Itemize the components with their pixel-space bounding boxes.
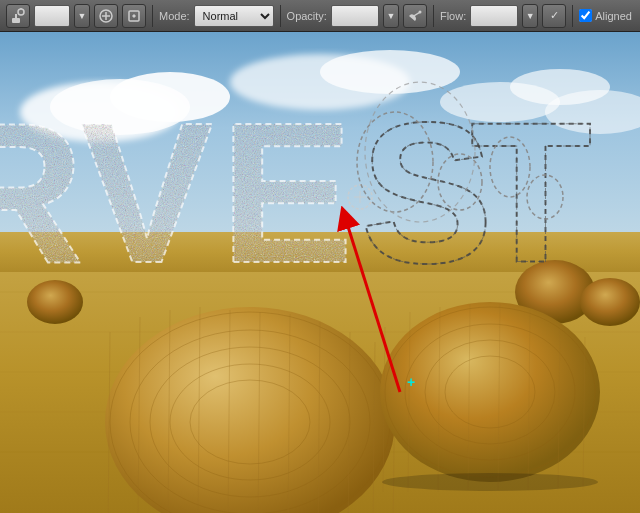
- separator-2: [280, 5, 281, 27]
- tool-btn-3[interactable]: [122, 4, 146, 28]
- airbrush-button[interactable]: [403, 4, 427, 28]
- svg-text:T: T: [470, 81, 592, 304]
- flow-input[interactable]: 100%: [470, 5, 518, 27]
- tool-btn-2[interactable]: [94, 4, 118, 28]
- svg-text:E: E: [220, 81, 353, 304]
- check-icon: ✓: [550, 9, 559, 22]
- brush-size-dropdown-button[interactable]: ▼: [74, 4, 90, 28]
- chevron-down-icon-3: ▼: [526, 11, 535, 21]
- svg-point-2: [18, 9, 24, 15]
- clone-stamp-icon: [10, 8, 26, 24]
- chevron-down-icon: ▼: [78, 11, 87, 21]
- mode-select[interactable]: Normal Darken Lighten Multiply Screen: [194, 5, 274, 27]
- svg-text:+: +: [407, 374, 415, 390]
- canvas-area[interactable]: R V E S T R V E S T +: [0, 32, 640, 513]
- aligned-label: Aligned: [595, 10, 632, 22]
- separator-4: [572, 5, 573, 27]
- separator-1: [152, 5, 153, 27]
- confirm-button[interactable]: ✓: [542, 4, 566, 28]
- mode-label: Mode:: [159, 10, 190, 22]
- svg-text:V: V: [80, 81, 213, 304]
- background-image: R V E S T R V E S T +: [0, 32, 640, 513]
- chevron-down-icon-2: ▼: [386, 11, 395, 21]
- svg-point-8: [418, 10, 421, 13]
- svg-rect-1: [15, 14, 17, 19]
- svg-point-45: [380, 302, 600, 482]
- flow-dropdown-button[interactable]: ▼: [522, 4, 538, 28]
- heal-brush-icon: [98, 8, 114, 24]
- patch-tool-icon: [126, 8, 142, 24]
- opacity-input[interactable]: 100%: [331, 5, 379, 27]
- separator-3: [433, 5, 434, 27]
- aligned-checkbox-wrap: Aligned: [579, 9, 632, 22]
- flow-label: Flow:: [440, 10, 466, 22]
- brush-size-input[interactable]: 60: [34, 5, 70, 27]
- svg-text:R: R: [0, 81, 84, 304]
- svg-point-80: [382, 473, 598, 491]
- aligned-checkbox[interactable]: [579, 9, 592, 22]
- airbrush-icon: [407, 8, 423, 24]
- toolbar: 60 ▼ Mode: Normal Darken Lighten Multipl…: [0, 0, 640, 32]
- clone-stamp-tool-button[interactable]: [6, 4, 30, 28]
- opacity-label: Opacity:: [287, 10, 327, 22]
- opacity-dropdown-button[interactable]: ▼: [383, 4, 399, 28]
